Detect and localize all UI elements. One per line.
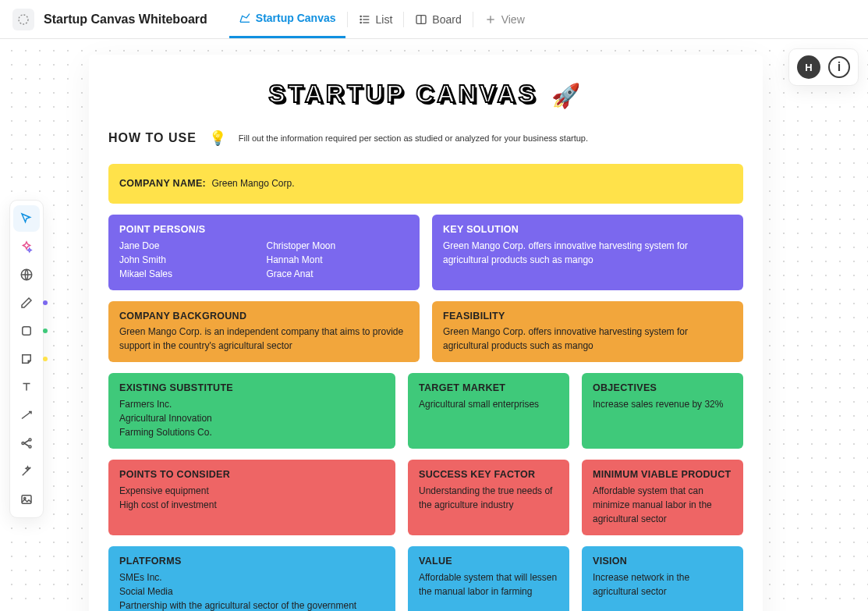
pen-tool[interactable] — [13, 290, 40, 316]
shape-tool[interactable] — [13, 318, 40, 344]
point-persons-tile[interactable]: POINT PERSON/S Jane Doe Christoper Moon … — [108, 215, 420, 290]
canvas-title: STARTUP CANVAS 🚀 — [108, 80, 743, 109]
divider — [347, 12, 348, 27]
key-solution-tile[interactable]: KEY SOLUTION Green Mango Corp. offers in… — [432, 215, 743, 290]
platforms-tile[interactable]: PLATFORMS SMEs Inc. Social Media Partner… — [108, 546, 395, 611]
existing-substitute-tile[interactable]: EXISTING SUBSTITUTE Farmers Inc. Agricul… — [108, 373, 395, 449]
doc-title[interactable]: Startup Canvas Whiteboard — [44, 12, 207, 27]
list-item: Expensive equipment — [119, 484, 384, 498]
canvas-document[interactable]: STARTUP CANVAS 🚀 HOW TO USE 💡 Fill out t… — [89, 55, 763, 611]
person: Christoper Moon — [267, 239, 409, 253]
tab-board[interactable]: Board — [406, 0, 470, 38]
person: Grace Anat — [267, 267, 409, 281]
svg-point-13 — [22, 442, 24, 445]
tile-label: COMPANY NAME: — [119, 178, 206, 189]
sticky-note-tool[interactable] — [13, 346, 40, 372]
divider — [403, 12, 404, 27]
mindmap-tool[interactable] — [13, 430, 40, 456]
svg-point-5 — [360, 19, 361, 20]
svg-point-4 — [360, 16, 361, 16]
tile-body: Increase network in the agricultural sec… — [593, 570, 732, 599]
rocket-icon: 🚀 — [551, 83, 583, 108]
color-dot-icon — [43, 329, 48, 333]
tab-add-view[interactable]: View — [475, 0, 534, 38]
bulb-icon: 💡 — [209, 130, 226, 147]
list-item: Partnership with the agricultural sector… — [119, 599, 384, 611]
tile-body: Increase sales revenue by 32% — [593, 397, 732, 411]
info-button[interactable]: i — [828, 56, 850, 78]
text-tool[interactable] — [13, 374, 40, 400]
tile-body: Green Mango Corp. offers innovative harv… — [443, 325, 732, 353]
tile-title: PLATFORMS — [119, 554, 384, 569]
tile-title: KEY SOLUTION — [443, 222, 732, 237]
points-to-consider-tile[interactable]: POINTS TO CONSIDER Expensive equipment H… — [108, 460, 395, 535]
tool-panel — [9, 200, 44, 518]
image-tool[interactable] — [13, 486, 40, 513]
list-item: High cost of investment — [119, 498, 384, 512]
tile-title: VALUE — [419, 554, 558, 569]
tile-title: COMPANY BACKGROUND — [119, 309, 409, 324]
tab-list[interactable]: List — [349, 0, 402, 38]
tab-label: List — [376, 13, 393, 26]
select-tool[interactable] — [13, 205, 40, 232]
tile-body: Green Mango Corp. is an independent comp… — [119, 325, 409, 353]
divider — [473, 12, 473, 27]
ai-tool[interactable] — [13, 233, 40, 260]
tile-title: EXISTING SUBSTITUTE — [119, 381, 384, 396]
list-item: Farming Solutions Co. — [119, 425, 384, 439]
person: Hannah Mont — [267, 253, 409, 267]
person: John Smith — [119, 253, 262, 267]
svg-point-0 — [19, 15, 28, 24]
color-dot-icon — [43, 357, 48, 361]
company-background-tile[interactable]: COMPANY BACKGROUND Green Mango Corp. is … — [108, 301, 420, 363]
tile-title: VISION — [593, 554, 732, 569]
howto-title: HOW TO USE — [108, 131, 197, 145]
top-bar: Startup Canvas Whiteboard Startup Canvas… — [0, 0, 868, 39]
tile-body: Affordable system that will lessen the m… — [419, 570, 558, 599]
tile-title: POINTS TO CONSIDER — [119, 467, 384, 482]
tab-label: Startup Canvas — [256, 12, 336, 24]
svg-rect-16 — [22, 496, 31, 504]
collab-panel: H i — [788, 48, 859, 86]
tile-title: OBJECTIVES — [593, 381, 732, 396]
tile-body: Agricultural small enterprises — [419, 397, 558, 411]
list-item: SMEs Inc. — [119, 570, 384, 584]
value-tile[interactable]: VALUE Affordable system that will lessen… — [408, 546, 569, 611]
company-name-value: Green Mango Corp. — [211, 178, 294, 189]
web-tool[interactable] — [13, 261, 40, 288]
tab-label: Board — [432, 13, 461, 26]
howto-row: HOW TO USE 💡 Fill out the information re… — [108, 130, 743, 147]
svg-point-6 — [360, 22, 361, 23]
tab-label: View — [501, 13, 525, 26]
svg-point-14 — [29, 439, 31, 441]
howto-text: Fill out the information required per se… — [239, 133, 588, 143]
user-avatar[interactable]: H — [797, 55, 820, 79]
success-key-factor-tile[interactable]: SUCCESS KEY FACTOR Understanding the tru… — [408, 460, 569, 535]
tile-body: Green Mango Corp. offers innovative harv… — [443, 239, 732, 267]
feasibility-tile[interactable]: FEASIBILITY Green Mango Corp. offers inn… — [432, 301, 743, 363]
objectives-tile[interactable]: OBJECTIVES Increase sales revenue by 32% — [582, 373, 743, 449]
canvas-title-text: STARTUP CANVAS — [268, 80, 538, 108]
tab-startup-canvas[interactable]: Startup Canvas — [229, 0, 345, 38]
tile-body: Understanding the true needs of the agri… — [419, 484, 558, 512]
vision-tile[interactable]: VISION Increase network in the agricultu… — [582, 546, 743, 611]
doc-loading-icon — [12, 9, 34, 30]
tile-title: TARGET MARKET — [419, 381, 558, 396]
company-name-tile[interactable]: COMPANY NAME: Green Mango Corp. — [108, 164, 743, 204]
whiteboard-stage[interactable]: H i STARTUP CANVAS 🚀 HOW TO USE 💡 Fill o… — [0, 39, 868, 611]
tile-body: Affordable system that can minimize manu… — [593, 484, 732, 526]
mvp-tile[interactable]: MINIMUM VIABLE PRODUCT Affordable system… — [582, 460, 743, 535]
view-tabs: Startup Canvas List Board View — [229, 0, 534, 38]
tile-title: POINT PERSON/S — [119, 222, 409, 237]
tile-title: MINIMUM VIABLE PRODUCT — [593, 467, 732, 482]
person: Mikael Sales — [119, 267, 262, 281]
target-market-tile[interactable]: TARGET MARKET Agricultural small enterpr… — [408, 373, 569, 449]
person: Jane Doe — [119, 239, 262, 253]
magic-tool[interactable] — [13, 458, 40, 485]
tile-title: SUCCESS KEY FACTOR — [419, 467, 558, 482]
persons-list: Jane Doe Christoper Moon John Smith Hann… — [119, 239, 409, 281]
connector-tool[interactable] — [13, 402, 40, 428]
list-item: Social Media — [119, 584, 384, 599]
tile-title: FEASIBILITY — [443, 309, 732, 324]
svg-rect-12 — [23, 327, 31, 336]
